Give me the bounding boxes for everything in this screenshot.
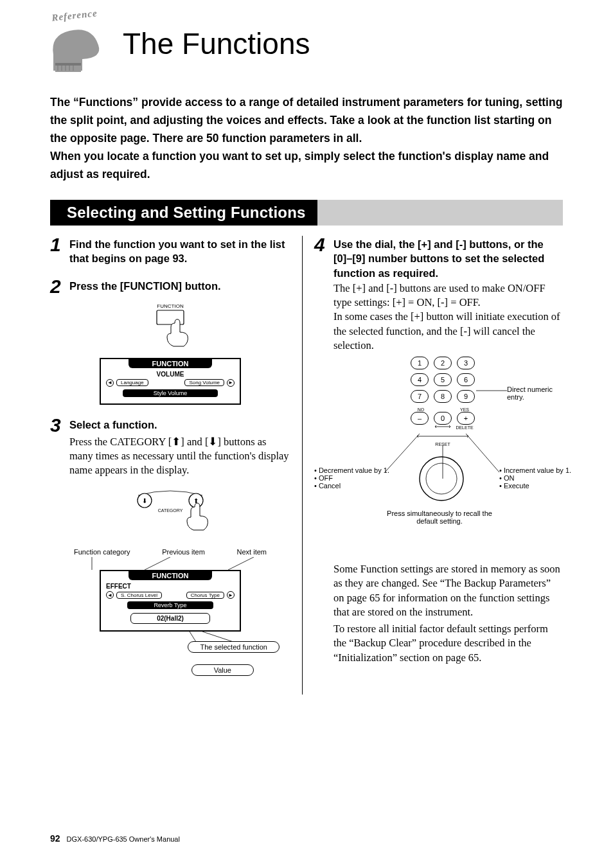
num-0: 0 (434, 412, 452, 425)
page-title: The Functions (123, 26, 310, 61)
step-number: 4 (314, 236, 330, 253)
lcd-title: FUNCTION (129, 571, 212, 580)
no-label: NO (412, 407, 430, 412)
pointer-lines-pm (385, 434, 501, 479)
lcd-prev-icon: ◄ (106, 591, 114, 599)
num-2: 2 (434, 357, 452, 369)
lcd-selected: Reverb Type (127, 601, 214, 609)
page-header: Reference The Functions (50, 13, 563, 74)
num-4: 4 (411, 373, 429, 386)
lcd-next-item: Chorus Type (186, 592, 224, 599)
page-number: 92 (50, 833, 60, 844)
step-number: 3 (50, 416, 66, 434)
label-function-category: Function category (74, 548, 130, 556)
notes-paragraph-1: Some Function settings are stored in mem… (333, 562, 563, 619)
left-column: 1 Find the function you want to set in t… (50, 236, 302, 695)
svg-rect-1 (55, 66, 81, 72)
label-selected-function: The selected function (188, 641, 280, 653)
num-5: 5 (434, 373, 452, 386)
label-reset-default: Press simultaneously to recall the defau… (385, 509, 494, 525)
section-heading: Selecting and Setting Functions (50, 200, 317, 226)
two-column-layout: 1 Find the function you want to set in t… (50, 236, 563, 695)
manual-title: DGX-630/YPG-635 Owner's Manual (67, 835, 180, 843)
lcd-prev-item: Language (116, 379, 148, 386)
svg-rect-0 (55, 63, 81, 66)
numpad: 1 2 3 4 5 6 7 8 9 NO (411, 357, 475, 447)
lcd-value: 02(Hall2) (130, 613, 210, 624)
lcd-prev-icon: ◄ (106, 379, 114, 387)
step3-lcd-wrap: Function category Previous item Next ite… (61, 548, 280, 683)
step-2: 2 Press the [FUNCTION] button. FUNCTION … (50, 278, 290, 405)
num-6: 6 (457, 373, 475, 386)
step-body: The [+] and [-] buttons are used to make… (333, 281, 563, 353)
svg-line-22 (466, 434, 499, 472)
lcd-selected: Style Volume (123, 389, 218, 397)
category-buttons-icon: ⬇ ⬆ CATEGORY (119, 484, 222, 535)
section-heading-bar: Selecting and Setting Functions (50, 200, 563, 226)
step-title: Select a function. (69, 416, 157, 432)
plus-button: + (457, 412, 475, 425)
delete-label: DELETE (456, 425, 474, 430)
step-body: Press the CATEGORY [⬆] and [⬇] buttons a… (69, 435, 290, 478)
svg-line-14 (145, 557, 170, 570)
svg-line-15 (228, 557, 254, 570)
step-1: 1 Find the function you want to set in t… (50, 236, 290, 266)
step-number: 2 (50, 278, 66, 295)
step-title: Use the dial, the [+] and [-] buttons, o… (333, 236, 563, 280)
step-3: 3 Select a function. Press the CATEGORY … (50, 416, 290, 684)
intro-paragraph: The “Functions” provide access to a rang… (50, 93, 563, 183)
step4-diagram: 1 2 3 4 5 6 7 8 9 NO (314, 357, 563, 536)
yes-label: YES (456, 407, 474, 412)
label-decrement: • Decrement value by 1. • OFF • Cancel (314, 466, 398, 490)
step-title: Press the [FUNCTION] button. (69, 278, 221, 293)
button-label: FUNCTION (157, 303, 184, 309)
step2-figure: FUNCTION FUNCTION VOLUME ◄ Language Song… (50, 301, 290, 405)
lcd-next-icon: ► (227, 379, 235, 387)
lcd-next-item: Song Volume (184, 379, 224, 386)
label-increment: • Increment value by 1. • ON • Execute (499, 466, 576, 490)
step-4: 4 Use the dial, the [+] and [-] buttons,… (314, 236, 563, 536)
right-column: 4 Use the dial, the [+] and [-] buttons,… (302, 236, 563, 695)
label-value: Value (191, 664, 254, 676)
num-3: 3 (457, 357, 475, 369)
lcd-next-icon: ► (227, 591, 235, 599)
lcd-prev-item: S. Chorus Level (116, 592, 162, 599)
lcd-title: FUNCTION (129, 359, 212, 368)
svg-text:CATEGORY: CATEGORY (158, 508, 183, 513)
notes-paragraph-2: To restore all initial factor default se… (333, 622, 563, 665)
svg-text:⬇: ⬇ (142, 497, 147, 504)
label-next-item: Next item (237, 548, 267, 556)
piano-icon (44, 19, 108, 77)
step-title: Find the function you want to set in the… (69, 236, 290, 266)
page-footer: 92 DGX-630/YPG-635 Owner's Manual (50, 833, 563, 844)
step3-category-buttons: ⬇ ⬆ CATEGORY (50, 484, 290, 538)
step-number: 1 (50, 236, 66, 253)
lcd-category: VOLUME (106, 371, 235, 378)
num-8: 8 (434, 390, 452, 403)
minus-button: – (411, 412, 429, 425)
pointer-line-right (476, 390, 507, 391)
label-previous-item: Previous item (162, 548, 205, 556)
num-1: 1 (411, 357, 429, 369)
reference-badge: Reference (50, 13, 111, 74)
lcd-category: EFFECT (106, 583, 235, 590)
num-9: 9 (457, 390, 475, 403)
step3-lcd: FUNCTION EFFECT ◄ S. Chorus Level Chorus… (100, 570, 241, 632)
step2-lcd: FUNCTION VOLUME ◄ Language Song Volume ►… (100, 358, 241, 405)
label-direct-numeric: Direct numeric entry. (507, 385, 571, 401)
num-7: 7 (411, 390, 429, 403)
pointer-lines-top (61, 557, 280, 570)
function-button-icon: FUNCTION (135, 301, 206, 353)
